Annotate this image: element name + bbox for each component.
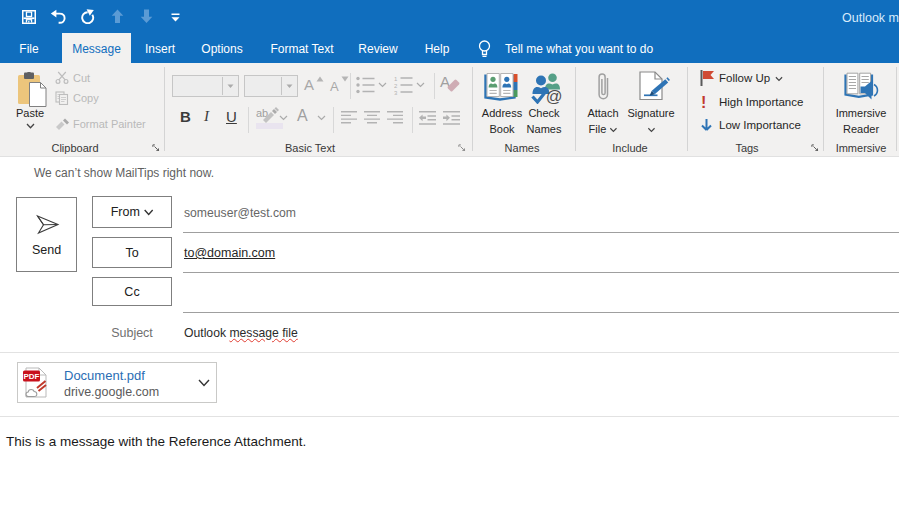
svg-text:1: 1 bbox=[394, 76, 398, 82]
svg-text:2: 2 bbox=[394, 83, 398, 89]
svg-text:3: 3 bbox=[394, 90, 398, 96]
svg-text:PDF: PDF bbox=[24, 372, 40, 381]
svg-text:@: @ bbox=[546, 87, 563, 105]
